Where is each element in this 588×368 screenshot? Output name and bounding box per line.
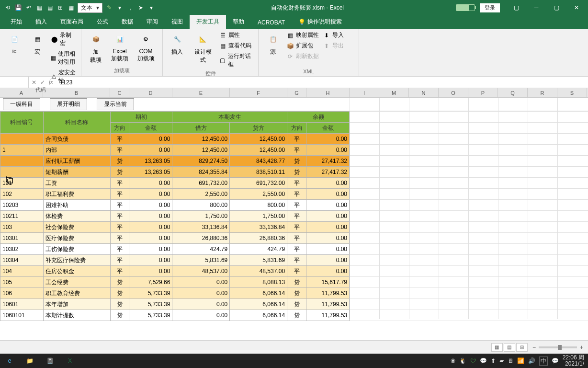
column-header[interactable]: I (350, 88, 379, 97)
qa-icon[interactable]: ▦ (35, 4, 43, 12)
extension-button[interactable]: 📦扩展包 (285, 41, 320, 50)
zoom-out-button[interactable]: − (532, 344, 536, 351)
properties-button[interactable]: ☰属性 (218, 31, 254, 40)
qa-icon3[interactable]: ⊞ (57, 4, 64, 12)
excel-addins-button[interactable]: 📊Excel 加载项 (108, 31, 131, 64)
ribbon-tab[interactable]: 开发工具 (190, 15, 226, 29)
com-addins-button[interactable]: ⚙COM 加载项 (133, 31, 158, 64)
map-props-button[interactable]: ▦映射属性 (285, 31, 320, 40)
macro-button[interactable]: ▦宏 (27, 31, 48, 57)
column-header[interactable]: D (129, 88, 172, 97)
table-row[interactable]: 10304补充医疗保险费平0.005,831.695,831.69平0.00 (0, 255, 350, 266)
minimize-icon[interactable]: ─ (527, 0, 546, 15)
run-dialog-button[interactable]: ▢运行对话框 (218, 52, 254, 69)
table-row[interactable]: 10203困难补助平0.00800.00800.00平0.00 (0, 200, 350, 211)
table-row[interactable]: 合同负债平0.0012,450.0012,450.00平0.00 (0, 134, 350, 145)
column-header[interactable]: G (287, 88, 306, 97)
excel-taskbar-icon[interactable]: X (60, 354, 79, 368)
export-button[interactable]: ⬆导出 (322, 41, 345, 50)
table-row[interactable]: 10211体检费平0.001,750.001,750.00平0.00 (0, 211, 350, 222)
page-layout-button[interactable]: ▤ (504, 343, 515, 352)
tray-icon[interactable]: ⬆ (491, 357, 496, 364)
qa-icon2[interactable]: ▤ (46, 4, 54, 12)
formula-input[interactable]: 1123 (56, 79, 588, 86)
ribbon-tab[interactable]: 数据 (115, 15, 140, 29)
refresh-button[interactable]: ⟳刷新数据 (285, 52, 320, 61)
ime-indicator[interactable]: 中 (539, 356, 548, 366)
vb-button[interactable]: 📄ic (4, 31, 25, 56)
column-header[interactable]: C (110, 88, 129, 97)
qa-comma-icon[interactable]: ▾ (116, 4, 124, 12)
column-header[interactable]: E (172, 88, 230, 97)
record-macro-button[interactable]: ⬤录制宏 (50, 31, 77, 48)
column-header[interactable]: R (528, 88, 557, 97)
normal-view-button[interactable]: ▦ (491, 343, 503, 352)
format-dropdown[interactable]: 文本▾ (78, 3, 102, 13)
column-header[interactable]: N (409, 88, 439, 97)
column-header[interactable]: F (230, 88, 287, 97)
xml-source-button[interactable]: 📋源 (262, 31, 283, 57)
table-row[interactable]: 1内部平0.0012,450.0012,450.00平0.00 (0, 145, 350, 156)
addins-button[interactable]: 📦加 载项 (85, 31, 106, 65)
page-break-button[interactable]: ⊞ (516, 343, 528, 352)
accept-formula-icon[interactable]: ✓ (40, 79, 45, 86)
table-row[interactable]: 10301医疗保险费平0.0026,880.3626,880.36平0.00 (0, 233, 350, 244)
tray-icon[interactable]: 💬 (480, 357, 487, 364)
column-header[interactable]: S (557, 88, 587, 97)
data-table[interactable]: 科目编号 科目名称 期初 本期发生 余额 方向 金额 借方 贷方 方向 金额 合… (0, 111, 350, 321)
column-header[interactable]: H (306, 88, 350, 97)
show-current-button[interactable]: 显示当前 (97, 98, 134, 110)
maximize-icon[interactable]: ▢ (547, 0, 566, 15)
ribbon-tab[interactable]: ACROBAT (251, 16, 292, 29)
worksheet-grid[interactable]: 一级科目 展开明细 显示当前 科目编号 科目名称 期初 本期发生 余额 方向 金… (0, 98, 588, 329)
close-icon[interactable]: ✕ (567, 0, 586, 15)
column-header[interactable]: O (439, 88, 468, 97)
table-row[interactable]: 101工资平0.00691,732.00691,732.00平0.00 (0, 178, 350, 189)
qa-brush-icon[interactable]: ✎ (105, 4, 113, 12)
qa-comma2-icon[interactable]: , (126, 4, 134, 12)
save-icon[interactable]: 💾 (14, 4, 22, 12)
ribbon-tab[interactable]: 帮助 (226, 15, 251, 29)
autosave-icon[interactable]: ⟲ (4, 4, 11, 12)
column-header[interactable]: Q (498, 88, 528, 97)
tray-icon[interactable]: ▰ (499, 357, 504, 364)
column-header[interactable]: B (43, 88, 110, 97)
design-mode-button[interactable]: 📐设计模式 (190, 31, 216, 65)
ribbon-tab[interactable]: 视图 (165, 15, 190, 29)
ribbon-tab[interactable]: 页面布局 (54, 15, 90, 29)
undo-icon[interactable]: ↶ (25, 4, 33, 12)
table-row[interactable]: 106职工教育经费贷5,733.390.006,066.14贷11,799.53 (0, 288, 350, 299)
clock[interactable]: 22:06 周 2021/1/ (563, 355, 584, 367)
ribbon-tab[interactable]: 插入 (29, 15, 54, 29)
app-icon[interactable]: 📓 (40, 354, 59, 368)
explorer-icon[interactable]: 📁 (20, 354, 39, 368)
qa-dd-icon[interactable]: ▾ (147, 4, 155, 12)
import-button[interactable]: ⬇导入 (322, 31, 345, 40)
tell-me[interactable]: 💡操作说明搜索 (292, 15, 349, 29)
level1-button[interactable]: 一级科目 (3, 98, 40, 110)
ribbon-tab[interactable]: 开始 (4, 15, 29, 29)
table-row[interactable]: 103社会保险费平0.0033,136.8433,136.84平0.00 (0, 222, 350, 233)
relative-ref-button[interactable]: ▦使用相对引用 (50, 49, 77, 67)
expand-button[interactable]: 展开明细 (50, 98, 87, 110)
tray-icon[interactable]: 🖥 (508, 357, 513, 364)
table-row[interactable]: 10302工伤保险费平0.00424.79424.79平0.00 (0, 244, 350, 255)
table-row[interactable]: 104住房公积金平0.0048,537.0048,537.00平0.00 (0, 266, 350, 277)
fx-icon[interactable]: fx (49, 79, 53, 86)
name-box[interactable] (0, 77, 29, 88)
tray-icon[interactable]: 🛡 (470, 357, 476, 364)
tray-icon[interactable]: 🐧 (459, 357, 466, 364)
table-row[interactable]: 应付职工薪酬贷13,263.05829,274.50843,428.77贷27,… (0, 156, 350, 167)
qa-icon4[interactable]: ▦ (67, 4, 75, 12)
table-row[interactable]: 1060101本期计提数贷5,733.390.006,066.14贷11,799… (0, 310, 350, 321)
zoom-slider[interactable] (539, 346, 577, 348)
column-header[interactable]: P (468, 88, 498, 97)
tray-icon[interactable]: ❀ (451, 357, 455, 364)
volume-icon[interactable]: 🔊 (528, 357, 535, 364)
column-header[interactable]: A (0, 88, 43, 97)
cancel-formula-icon[interactable]: ✕ (32, 79, 36, 86)
zoom-in-button[interactable]: + (580, 344, 583, 351)
table-row[interactable]: 10601本年增加贷5,733.390.006,066.14贷11,799.53 (0, 299, 350, 310)
login-button[interactable]: 登录 (480, 3, 500, 12)
view-code-button[interactable]: ▤查看代码 (218, 41, 254, 50)
